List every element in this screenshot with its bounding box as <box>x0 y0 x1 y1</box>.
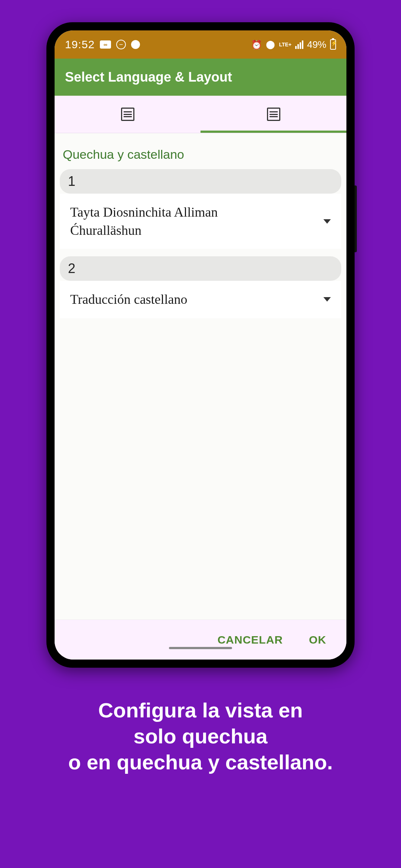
tab-single-pane[interactable] <box>55 96 200 133</box>
signal-icon <box>295 40 303 49</box>
tab-bar <box>55 96 346 133</box>
promo-caption: Configura la vista en solo quechua o en … <box>53 697 348 775</box>
battery-icon <box>330 39 336 50</box>
tab-dual-pane[interactable] <box>200 96 346 133</box>
content-area: Quechua y castellano 1 Tayta Diosninchit… <box>55 133 346 619</box>
alarm-icon <box>251 39 262 50</box>
caption-line-1: Configura la vista en <box>68 697 333 723</box>
single-pane-icon <box>121 108 134 121</box>
network-type-icon: LTE+ <box>279 42 291 47</box>
section-title: Quechua y castellano <box>60 144 341 169</box>
dropdown-1-value: Tayta Diosninchita Alliman Ćhuralläshun <box>70 203 292 239</box>
vpn-icon: ∞ <box>100 40 111 49</box>
battery-percent: 49% <box>307 39 326 50</box>
status-time: 19:52 <box>65 38 95 51</box>
ok-button[interactable]: OK <box>309 634 326 646</box>
pane-label-2: 2 <box>60 256 341 281</box>
page-title: Select Language & Layout <box>65 69 232 85</box>
phone-screen: 19:52 ∞ − ⬤ LTE+ 49% Select Language & L… <box>55 30 346 660</box>
caption-line-2: solo quechua <box>68 723 333 749</box>
dialog-footer: CANCELAR OK <box>55 619 346 660</box>
status-left: 19:52 ∞ − <box>65 38 140 51</box>
status-right: ⬤ LTE+ 49% <box>251 39 336 50</box>
pane-label-1: 1 <box>60 169 341 194</box>
dual-pane-icon <box>267 108 280 121</box>
app-header: Select Language & Layout <box>55 59 346 96</box>
chevron-down-icon <box>323 219 331 224</box>
notification-dot-icon <box>131 40 140 49</box>
nav-handle[interactable] <box>169 647 232 649</box>
dropdown-2-value: Traducción castellano <box>70 290 188 309</box>
location-icon: ⬤ <box>266 40 275 49</box>
caption-line-3: o en quechua y castellano. <box>68 749 333 775</box>
status-bar: 19:52 ∞ − ⬤ LTE+ 49% <box>55 30 346 59</box>
dnd-icon: − <box>116 40 126 49</box>
language-dropdown-1[interactable]: Tayta Diosninchita Alliman Ćhuralläshun <box>60 194 341 249</box>
cancel-button[interactable]: CANCELAR <box>218 634 283 646</box>
phone-frame: 19:52 ∞ − ⬤ LTE+ 49% Select Language & L… <box>46 22 355 668</box>
phone-side-button <box>355 185 357 252</box>
chevron-down-icon <box>323 297 331 302</box>
language-dropdown-2[interactable]: Traducción castellano <box>60 281 341 318</box>
